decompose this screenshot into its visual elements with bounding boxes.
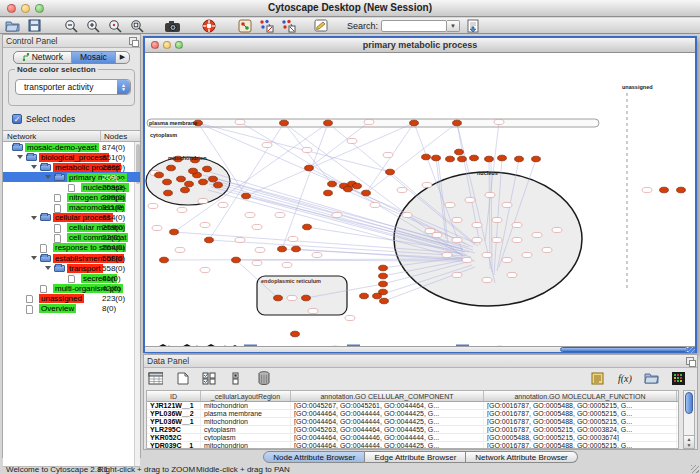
network-label-node[interactable] xyxy=(532,232,542,237)
table-cell[interactable]: cytoplasm xyxy=(201,426,291,433)
network-label-node[interactable] xyxy=(347,138,357,143)
search-input[interactable] xyxy=(381,20,447,32)
network-edge[interactable] xyxy=(282,123,328,249)
import-attributes-icon[interactable] xyxy=(644,371,659,385)
column-header[interactable]: annotation.GO CELLULAR_COMPONENT xyxy=(291,391,484,401)
network-view-window[interactable]: primary metabolic process plasma membran… xyxy=(143,36,697,353)
network-node[interactable] xyxy=(163,179,172,185)
network-label-node[interactable] xyxy=(252,224,262,229)
attribute-list-icon[interactable] xyxy=(590,371,605,385)
network-node[interactable] xyxy=(677,187,686,193)
network-label-node[interactable] xyxy=(332,212,342,217)
network-label-node[interactable] xyxy=(218,202,228,207)
network-label-node[interactable] xyxy=(542,247,552,252)
tree-row[interactable]: cellular process614(0) xyxy=(3,213,140,223)
network-label-node[interactable] xyxy=(472,237,482,242)
column-header[interactable]: annotation.GO MOLECULAR_FUNCTION xyxy=(484,391,677,401)
network-node[interactable] xyxy=(242,193,251,199)
network-node[interactable] xyxy=(303,224,312,230)
save-icon[interactable] xyxy=(27,19,42,33)
network-node[interactable] xyxy=(189,168,198,174)
network-node[interactable] xyxy=(515,156,524,162)
network-label-node[interactable] xyxy=(177,207,187,212)
zoom-out-icon[interactable] xyxy=(63,19,78,33)
network-graph[interactable]: plasma membranecytoplasmmitochondrionnuc… xyxy=(145,53,695,338)
network-label-node[interactable] xyxy=(482,277,492,282)
table-cell[interactable]: YKR052C xyxy=(147,434,201,441)
network-label-node[interactable] xyxy=(262,142,272,147)
network-node[interactable] xyxy=(446,156,455,162)
network-node[interactable] xyxy=(532,156,541,162)
expand-triangle-icon[interactable] xyxy=(45,175,51,179)
network-node[interactable] xyxy=(373,293,382,299)
network-label-node[interactable] xyxy=(512,237,522,242)
network-label-node[interactable] xyxy=(502,202,512,207)
table-cell[interactable]: YPL036W__1 xyxy=(147,418,201,425)
tree-row-label[interactable]: transport xyxy=(67,264,103,273)
network-label-node[interactable] xyxy=(245,212,255,217)
network-label-node[interactable] xyxy=(364,119,374,124)
table-cell[interactable]: [GO:0005488, GO:0005215, GO:0003674] xyxy=(484,434,677,441)
column-header[interactable]: _cellularLayoutRegion xyxy=(201,391,291,401)
select-nodes-checkbox[interactable]: ✓ xyxy=(12,114,22,124)
network-node[interactable] xyxy=(422,154,431,160)
network-label-node[interactable] xyxy=(308,308,318,313)
network-node[interactable] xyxy=(379,281,388,287)
table-cell[interactable]: YJR121W__1 xyxy=(147,402,201,409)
expand-triangle-icon[interactable] xyxy=(31,216,37,220)
table-row[interactable]: YKR052Ccytoplasm[GO:0044464, GO:0044446,… xyxy=(147,434,678,442)
tree-row[interactable]: cellular metabo209(0) xyxy=(3,223,140,233)
new-page-icon[interactable] xyxy=(175,371,190,385)
snapshot-icon[interactable] xyxy=(165,19,180,33)
network-label-node[interactable] xyxy=(522,252,532,257)
heatmap-icon[interactable] xyxy=(671,371,686,385)
network-label-node[interactable] xyxy=(422,182,432,187)
network-node[interactable] xyxy=(362,190,371,196)
network-node[interactable] xyxy=(455,149,464,155)
network-label-node[interactable] xyxy=(275,212,285,217)
network-label-node[interactable] xyxy=(482,252,492,257)
network-label-node[interactable] xyxy=(452,272,462,277)
network-node[interactable] xyxy=(485,156,494,162)
network-label-node[interactable] xyxy=(383,152,393,157)
network-label-node[interactable] xyxy=(507,272,517,277)
network-label-node[interactable] xyxy=(312,252,322,257)
network-node[interactable] xyxy=(160,257,169,263)
expand-triangle-icon[interactable] xyxy=(31,256,37,260)
tree-row[interactable]: metabolic process280(0) xyxy=(3,162,140,172)
network-label-node[interactable] xyxy=(175,247,185,252)
tree-row[interactable]: multi-organism pro42(0) xyxy=(3,283,140,293)
tree-row[interactable]: secretion41(0) xyxy=(3,273,140,283)
network-node[interactable] xyxy=(302,295,311,301)
network-node[interactable] xyxy=(360,293,369,299)
network-node[interactable] xyxy=(292,246,301,252)
new-attribute-icon[interactable] xyxy=(229,371,244,385)
layout-spring-icon[interactable] xyxy=(281,19,296,33)
network-node[interactable] xyxy=(291,331,300,337)
network-node[interactable] xyxy=(498,155,507,161)
network-label-node[interactable] xyxy=(512,222,522,227)
network-label-node[interactable] xyxy=(452,237,462,242)
network-node[interactable] xyxy=(280,120,289,126)
tab-network-attribute-browser[interactable]: Network Attribute Browser xyxy=(466,451,577,463)
search-dropdown-icon[interactable]: ▼ xyxy=(447,20,460,32)
network-node[interactable] xyxy=(470,155,479,161)
network-node[interactable] xyxy=(181,187,190,193)
tab-overflow-icon[interactable]: ▶ xyxy=(116,52,129,63)
table-row[interactable]: YLR295Ccytoplasm[GO:0045263, GO:0044464,… xyxy=(147,426,678,434)
table-cell[interactable]: [GO:0044464, GO:0044444, GO:0044425, G..… xyxy=(291,418,484,425)
network-node[interactable] xyxy=(432,155,441,161)
network-node[interactable] xyxy=(379,265,388,271)
window-resize-grip[interactable] xyxy=(688,347,695,353)
tab-mosaic[interactable]: Mosaic xyxy=(72,52,116,63)
network-label-node[interactable] xyxy=(642,187,652,192)
network-label-node[interactable] xyxy=(492,237,502,242)
network-label-node[interactable] xyxy=(200,267,210,272)
network-node[interactable] xyxy=(232,257,241,263)
table-scroll-arrows-icon[interactable]: ▲▼ xyxy=(684,435,694,448)
network-node[interactable] xyxy=(660,187,669,193)
network-node[interactable] xyxy=(203,166,212,172)
network-label-node[interactable] xyxy=(472,222,482,227)
help-icon[interactable] xyxy=(201,19,216,33)
tree-row[interactable]: establishment of lo558(0) xyxy=(3,253,140,263)
